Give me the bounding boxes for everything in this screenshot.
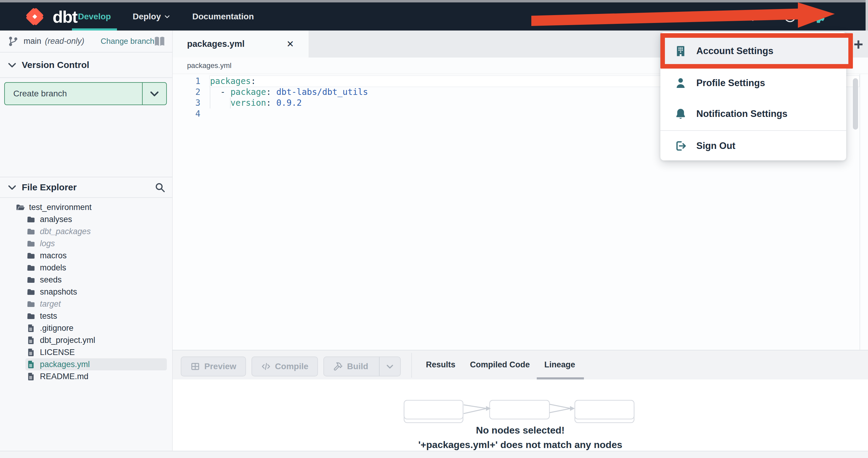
create-branch-dropdown-toggle[interactable] <box>142 83 166 104</box>
top-navbar: dbt DevelopDeployDocumentation dbt Labs … <box>0 2 866 31</box>
branch-name: main <box>24 37 41 46</box>
compile-button[interactable]: Compile <box>251 357 318 377</box>
dbt-logo-icon <box>22 4 48 29</box>
file-explorer-header[interactable]: File Explorer <box>0 177 172 198</box>
file-icon <box>27 324 36 333</box>
tree-item-snapshots[interactable]: snapshots <box>0 286 172 298</box>
file-icon <box>27 336 36 345</box>
editor-scrollbar-thumb[interactable] <box>853 78 858 130</box>
indent-guide <box>230 98 230 108</box>
tree-item-packages.yml[interactable]: packages.yml <box>0 358 172 370</box>
docs-book-icon[interactable] <box>153 35 166 48</box>
menu-item-profile-settings[interactable]: Profile Settings <box>660 69 846 97</box>
tree-item-README.md[interactable]: README.md <box>0 370 172 383</box>
tab-lineage[interactable]: Lineage <box>544 350 575 380</box>
create-branch-button[interactable]: Create branch <box>4 82 167 105</box>
org-building-icon <box>684 12 693 22</box>
window-right-strip <box>866 0 868 31</box>
menu-item-account-settings[interactable]: Account Settings <box>660 37 846 65</box>
building-icon <box>674 45 687 57</box>
code-token: packages <box>210 76 251 86</box>
hammer-icon <box>333 362 343 371</box>
menu-item-notification-settings[interactable]: Notification Settings <box>660 100 846 128</box>
tree-item-label: packages.yml <box>40 360 90 369</box>
chevron-down-icon <box>149 88 160 99</box>
tree-item-.gitignore[interactable]: .gitignore <box>0 322 172 334</box>
line-code: version: 0.9.2 <box>210 98 302 108</box>
tree-item-logs[interactable]: logs <box>0 237 172 250</box>
create-branch-label: Create branch <box>13 89 67 98</box>
nav-item-deploy[interactable]: Deploy <box>130 2 173 31</box>
nav-item-documentation[interactable]: Documentation <box>190 2 256 31</box>
dbt-cloud-ide-window: dbt DevelopDeployDocumentation dbt Labs … <box>0 0 868 458</box>
editor-tab-packages-yml[interactable]: packages.yml ✕ <box>173 31 309 57</box>
line-number: 4 <box>173 108 200 119</box>
build-dropdown-toggle[interactable] <box>379 357 400 376</box>
tree-item-label: target <box>40 299 61 309</box>
breadcrumb: packages.yml <box>187 61 231 70</box>
search-icon[interactable] <box>154 182 166 193</box>
chevron-down-icon <box>7 60 18 70</box>
tree-item-label: dbt_packages <box>40 227 91 236</box>
menu-item-sign-out[interactable]: Sign Out <box>660 132 846 160</box>
toolbar-divider <box>411 353 412 378</box>
gear-icon[interactable] <box>811 9 826 25</box>
tree-item-analyses[interactable]: analyses <box>0 213 172 225</box>
close-tab-icon[interactable]: ✕ <box>286 39 294 49</box>
file-explorer-title: File Explorer <box>22 182 77 192</box>
sidebar: main (read-only) Change branch Version C… <box>0 31 172 458</box>
tree-item-test_environment[interactable]: test_environment <box>0 201 172 213</box>
nav-item-develop[interactable]: Develop <box>75 2 113 31</box>
user-icon <box>674 77 687 90</box>
version-control-header[interactable]: Version Control <box>0 53 172 78</box>
menu-item-label: Sign Out <box>696 140 735 151</box>
nav-item-label: Documentation <box>192 2 254 31</box>
folder-icon <box>27 251 36 260</box>
account-context[interactable]: dbt Labs / Analytics <box>684 12 768 22</box>
account-context-label: dbt Labs / Analytics <box>698 12 768 21</box>
editor-tab-label: packages.yml <box>187 39 245 49</box>
menu-item-label: Notification Settings <box>696 108 787 119</box>
help-icon[interactable]: ? <box>783 10 797 23</box>
tab-compiled-code[interactable]: Compiled Code <box>470 350 530 380</box>
line-code: - package: dbt-labs/dbt_utils <box>210 87 368 98</box>
new-tab-button[interactable]: + <box>854 31 863 57</box>
file-icon <box>27 348 36 357</box>
line-number: 1 <box>173 76 200 87</box>
chevron-down-icon <box>164 13 170 20</box>
tree-item-target[interactable]: target <box>0 298 172 310</box>
button-label: Preview <box>204 362 236 371</box>
lineage-empty-subtitle: '+packages.yml+' does not match any node… <box>173 439 868 451</box>
tree-item-macros[interactable]: macros <box>0 250 172 262</box>
nav-item-label: Develop <box>78 2 111 31</box>
file-icon <box>27 372 36 381</box>
preview-button[interactable]: Preview <box>181 357 246 377</box>
tree-item-label: logs <box>40 239 55 248</box>
indent-guide <box>210 87 210 108</box>
active-tab-underline <box>537 377 584 380</box>
dbt-logo[interactable]: dbt <box>22 4 77 29</box>
tree-item-label: seeds <box>40 275 62 285</box>
code-token: : <box>251 76 256 86</box>
tree-item-LICENSE[interactable]: LICENSE <box>0 346 172 358</box>
folder-icon <box>27 215 36 224</box>
tab-results[interactable]: Results <box>426 350 456 380</box>
build-button[interactable]: Build <box>323 357 401 377</box>
folder-icon <box>27 312 36 321</box>
folder-open-icon <box>16 203 25 212</box>
tree-item-tests[interactable]: tests <box>0 310 172 322</box>
tree-item-label: analyses <box>40 215 72 224</box>
change-branch-link[interactable]: Change branch <box>101 37 154 46</box>
tree-item-models[interactable]: models <box>0 262 172 274</box>
menu-divider <box>660 130 846 131</box>
branch-mode: (read-only) <box>45 37 85 46</box>
code-token: 0.9.2 <box>271 98 302 108</box>
button-label: Build <box>347 362 368 371</box>
tree-item-dbt_project.yml[interactable]: dbt_project.yml <box>0 334 172 346</box>
tree-item-seeds[interactable]: seeds <box>0 274 172 286</box>
line-number: 2 <box>173 87 200 98</box>
main-nav: DevelopDeployDocumentation <box>75 2 256 31</box>
file-icon <box>27 360 36 369</box>
tree-item-dbt_packages[interactable]: dbt_packages <box>0 225 172 237</box>
tree-item-label: dbt_project.yml <box>40 336 95 345</box>
